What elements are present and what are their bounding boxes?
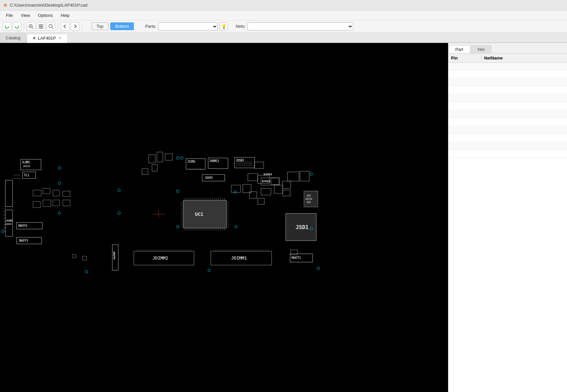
menu-help[interactable]: Help	[57, 12, 73, 19]
svg-text:PBATT1: PBATT1	[291, 256, 301, 259]
svg-text:BJPOC9: BJPOC9	[264, 173, 272, 176]
svg-text:JHDMI1: JHDMI1	[209, 160, 219, 163]
svg-text:JSD1: JSD1	[296, 224, 309, 230]
svg-text:JJJ: JJJ	[307, 194, 311, 197]
panel-tab-net[interactable]: Net	[471, 45, 491, 53]
tab-laf401p[interactable]: ✕ LAF401P ✕	[27, 34, 68, 43]
svg-rect-8	[39, 27, 41, 28]
panel-tab-part[interactable]: Part	[448, 45, 470, 53]
table-row	[448, 134, 567, 142]
svg-text:TL1: TL1	[24, 174, 29, 177]
col-pin: Pin	[448, 56, 481, 60]
svg-text:BJPDC9: BJPDC9	[262, 180, 270, 183]
panel-tabs: Part Net	[448, 43, 567, 54]
svg-text:JUSB1: JUSB1	[6, 219, 13, 222]
table-row	[448, 87, 567, 95]
svg-text:JEOP1: JEOP1	[205, 176, 213, 179]
sep1	[24, 23, 24, 30]
table-row	[448, 71, 567, 79]
svg-text:JNGFF2: JNGFF2	[18, 224, 27, 227]
right-panel: Part Net Pin NetName	[448, 43, 567, 392]
bulb-btn[interactable]: 💡	[220, 22, 228, 30]
svg-text:UC1: UC1	[195, 212, 203, 217]
table-row	[448, 102, 567, 110]
back-btn[interactable]	[61, 22, 69, 31]
svg-text:JDIMM2: JDIMM2	[153, 255, 168, 260]
svg-text:JJJJJ: JJJJJ	[305, 198, 312, 200]
tab-catalog-label: Catalog	[6, 35, 20, 40]
title-text: C:\Users\macmini\Desktop\LAF401P.cad	[10, 3, 88, 8]
table-row	[448, 150, 567, 158]
svg-text:JNGFF3: JNGFF3	[19, 239, 28, 242]
layer-group: Top Bottom	[92, 22, 134, 30]
reload-btn[interactable]	[13, 22, 21, 31]
pcb-svg: JLOM1 JJJJJ TL1 JUSB1 JJJJJ JNGFF2 JNGFF…	[0, 43, 448, 392]
sep2	[58, 23, 58, 30]
nets-group: Nets:	[236, 22, 353, 30]
svg-point-10	[49, 24, 52, 28]
svg-line-3	[32, 27, 33, 29]
parts-label: Parts:	[145, 24, 156, 29]
svg-rect-9	[41, 27, 43, 28]
table-row	[448, 79, 567, 87]
panel-grid[interactable]: Pin NetName	[448, 54, 567, 392]
top-layer-btn[interactable]: Top	[92, 22, 108, 30]
parts-group: Parts: 💡	[145, 22, 228, 30]
table-row	[448, 142, 567, 150]
svg-text:JDIMM1: JDIMM1	[231, 255, 247, 260]
menu-bar: File View Options Help	[0, 11, 567, 20]
sep3	[82, 23, 82, 30]
forward-btn[interactable]	[71, 22, 79, 31]
svg-rect-6	[39, 24, 41, 26]
svg-line-11	[52, 27, 53, 29]
nets-select[interactable]	[247, 22, 353, 30]
svg-text:JNGFF5: JNGFF5	[113, 251, 115, 259]
zoom-fit-btn[interactable]	[47, 22, 55, 31]
svg-text:JJJJJ: JJJJJ	[23, 165, 30, 168]
svg-text:JSIM1: JSIM1	[187, 160, 195, 163]
table-row	[448, 126, 567, 134]
grid-header: Pin NetName	[448, 54, 567, 63]
table-row	[448, 118, 567, 126]
menu-view[interactable]: View	[18, 12, 33, 19]
menu-file[interactable]: File	[3, 12, 16, 19]
svg-text:JJJ: JJJ	[307, 201, 311, 204]
toolbar: Top Bottom Parts: 💡 Nets:	[0, 20, 567, 32]
tab-file-label: LAF401P	[38, 36, 56, 41]
tab-close-btn[interactable]: ✕	[58, 36, 62, 41]
col-netname: NetName	[481, 56, 567, 60]
grid-btn[interactable]	[37, 22, 45, 31]
tab-file-icon: ✕	[32, 36, 36, 41]
zoom-in-btn[interactable]	[27, 22, 35, 31]
nets-label: Nets:	[236, 24, 246, 29]
tab-catalog[interactable]: Catalog	[0, 33, 26, 42]
refresh-btn[interactable]	[3, 22, 11, 31]
table-row	[448, 110, 567, 118]
svg-text:JUSB3: JUSB3	[236, 159, 244, 162]
pcb-area[interactable]: JLOM1 JJJJJ TL1 JUSB1 JJJJJ JNGFF2 JNGFF…	[0, 43, 448, 392]
table-row	[448, 95, 567, 102]
svg-text:JLOM1: JLOM1	[22, 161, 30, 164]
svg-rect-38	[183, 200, 226, 228]
svg-rect-7	[41, 24, 43, 26]
app-icon: ✕	[3, 3, 7, 8]
bottom-layer-btn[interactable]: Bottom	[110, 22, 134, 30]
svg-text:JJJJJ: JJJJJ	[6, 223, 12, 225]
title-bar: ✕ C:\Users\macmini\Desktop\LAF401P.cad	[0, 0, 567, 11]
parts-select[interactable]	[158, 22, 218, 30]
table-row	[448, 63, 567, 71]
main-content: JLOM1 JJJJJ TL1 JUSB1 JJJJJ JNGFF2 JNGFF…	[0, 43, 567, 392]
tab-bar: Catalog ✕ LAF401P ✕	[0, 32, 567, 43]
menu-options[interactable]: Options	[35, 12, 56, 19]
